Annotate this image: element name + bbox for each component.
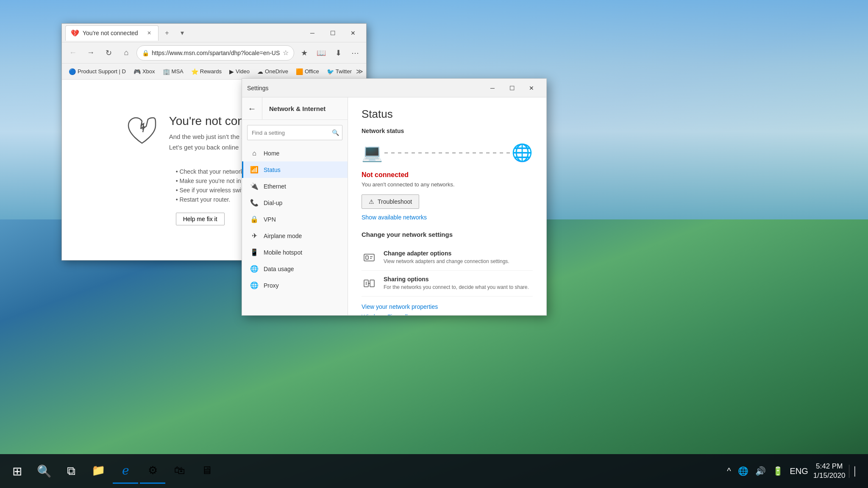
settings-taskbar[interactable]: ⚙ — [140, 458, 165, 484]
tray-chevron[interactable]: ^ — [725, 465, 732, 478]
status-nav-icon: 📶 — [250, 166, 259, 174]
fav-icon-xbox: 🎮 — [134, 68, 141, 75]
settings-minimize-button[interactable]: ─ — [483, 81, 502, 95]
bookmark-icon[interactable]: ☆ — [283, 49, 289, 57]
tray-date-text: 1/15/2020 — [813, 471, 846, 480]
fav-item-xbox[interactable]: 🎮 Xbox — [130, 67, 159, 77]
sidebar-item-vpn[interactable]: 🔒 VPN — [242, 211, 348, 227]
fav-item-msa[interactable]: 🏢 MSA — [159, 67, 187, 77]
home-button[interactable]: ⌂ — [119, 45, 134, 61]
fav-icon-twitter: 🐦 — [327, 68, 334, 75]
favorites-button[interactable]: ★ — [297, 45, 312, 61]
address-bar[interactable]: 🔒 https://www.msn.com/spartan/dhp?locale… — [136, 45, 294, 61]
tray-clock[interactable]: 5:42 PM 1/15/2020 — [813, 462, 846, 480]
browser-toolbar-icons: ★ 📖 ⬇ ⋯ — [297, 45, 363, 61]
fav-label-video: Video — [236, 68, 250, 75]
fav-icon-product-support: 🔵 — [69, 68, 76, 75]
browser-tab-active[interactable]: 💔 You're not connected ✕ — [65, 25, 159, 41]
settings-maximize-button[interactable]: ☐ — [502, 81, 522, 95]
forward-button[interactable]: → — [83, 45, 98, 61]
view-properties-link[interactable]: View your network properties — [362, 303, 533, 310]
sharing-setting-text: Sharing options For the networks you con… — [384, 276, 529, 290]
sidebar-item-ethernet[interactable]: 🔌 Ethernet — [242, 178, 348, 194]
connection-line — [384, 152, 510, 153]
new-tab-button[interactable]: + — [160, 26, 174, 40]
fav-item-video[interactable]: ▶ Video — [226, 67, 253, 77]
svg-rect-4 — [366, 256, 368, 259]
settings-section-title: Network & Internet — [262, 99, 332, 118]
windows-firewall-link[interactable]: Windows Firewall — [362, 313, 533, 315]
task-view-button[interactable]: ⧉ — [58, 458, 84, 484]
hotspot-nav-label: Mobile hotspot — [264, 249, 302, 256]
more-button[interactable]: ⋯ — [348, 45, 363, 61]
tab-close-button[interactable]: ✕ — [145, 29, 153, 37]
sidebar-item-status[interactable]: 📶 Status — [242, 161, 348, 178]
start-button[interactable]: ⊞ — [4, 458, 30, 484]
browser-close-button[interactable]: ✕ — [343, 26, 363, 40]
sidebar-item-dialup[interactable]: 📞 Dial-up — [242, 194, 348, 211]
settings-close-button[interactable]: ✕ — [522, 81, 541, 95]
unknown-taskbar[interactable]: 🖥 — [194, 458, 220, 484]
sidebar-item-proxy[interactable]: 🌐 Proxy — [242, 277, 348, 294]
tab-menu-button[interactable]: ▾ — [175, 26, 189, 40]
airplane-nav-icon: ✈ — [250, 232, 259, 240]
fav-icon-rewards: ⭐ — [191, 68, 198, 75]
favorites-more-button[interactable]: ≫ — [356, 66, 363, 78]
laptop-icon: 💻 — [362, 143, 383, 163]
hotspot-nav-icon: 📱 — [250, 248, 259, 256]
show-networks-link[interactable]: Show available networks — [362, 214, 533, 221]
sidebar-item-hotspot[interactable]: 📱 Mobile hotspot — [242, 244, 348, 261]
help-fix-button[interactable]: Help me fix it — [176, 213, 225, 225]
tray-show-desktop[interactable]: │ — [849, 465, 860, 478]
settings-search-input[interactable] — [247, 125, 342, 140]
tray-volume-icon[interactable]: 🔊 — [754, 464, 768, 478]
fav-label-product-support: Product Support | D — [78, 68, 126, 75]
fav-item-product-support[interactable]: 🔵 Product Support | D — [65, 67, 129, 77]
vpn-nav-icon: 🔒 — [250, 215, 259, 223]
reading-view-button[interactable]: 📖 — [314, 45, 329, 61]
sidebar-item-home[interactable]: ⌂ Home — [242, 145, 348, 161]
browser-minimize-button[interactable]: ─ — [303, 26, 322, 40]
dialup-nav-icon: 📞 — [250, 199, 259, 207]
search-button[interactable]: 🔍 — [31, 458, 57, 484]
file-explorer-taskbar[interactable]: 📁 — [86, 458, 111, 484]
troubleshoot-button[interactable]: ⚠ Troubleshoot — [362, 194, 419, 209]
settings-back-button[interactable]: ← — [242, 97, 262, 119]
keyboard-lang-label: ENG — [790, 466, 808, 476]
settings-window: Settings ─ ☐ ✕ ← Network & Internet 🔍 — [242, 78, 547, 316]
favorites-bar: 🔵 Product Support | D 🎮 Xbox 🏢 MSA ⭐ Rew… — [62, 64, 366, 80]
troubleshoot-icon: ⚠ — [369, 198, 374, 205]
svg-rect-8 — [370, 280, 374, 287]
fav-item-onedrive[interactable]: ☁ OneDrive — [254, 67, 292, 77]
refresh-button[interactable]: ↻ — [101, 45, 116, 61]
tray-keyboard-layout[interactable]: ENG — [788, 465, 810, 478]
setting-item-sharing[interactable]: Sharing options For the networks you con… — [362, 271, 533, 297]
setting-item-adapter[interactable]: Change adapter options View network adap… — [362, 245, 533, 271]
data-usage-nav-label: Data usage — [264, 266, 294, 272]
sharing-desc: For the networks you connect to, decide … — [384, 284, 529, 290]
store-taskbar[interactable]: 🛍 — [167, 458, 192, 484]
browser-toolbar: ← → ↻ ⌂ 🔒 https://www.msn.com/spartan/dh… — [62, 42, 366, 64]
downloads-button[interactable]: ⬇ — [331, 45, 346, 61]
home-nav-label: Home — [264, 150, 279, 157]
sidebar-item-airplane[interactable]: ✈ Airplane mode — [242, 227, 348, 244]
airplane-nav-label: Airplane mode — [264, 233, 302, 239]
adapter-desc: View network adapters and change connect… — [384, 258, 509, 264]
proxy-nav-label: Proxy — [264, 282, 279, 289]
security-icon: 🔒 — [142, 50, 149, 56]
tray-battery-icon[interactable]: 🔋 — [771, 464, 785, 478]
fav-label-rewards: Rewards — [200, 68, 222, 75]
back-button[interactable]: ← — [65, 45, 81, 61]
settings-search-container: 🔍 — [247, 125, 342, 140]
fav-item-twitter[interactable]: 🐦 Twitter — [323, 67, 355, 77]
browser-maximize-button[interactable]: ☐ — [323, 26, 342, 40]
sidebar-item-data-usage[interactable]: 🌐 Data usage — [242, 261, 348, 277]
fav-item-rewards[interactable]: ⭐ Rewards — [188, 67, 225, 77]
settings-search-icon: 🔍 — [332, 129, 339, 136]
fav-item-office[interactable]: 🟧 Office — [292, 67, 323, 77]
edge-taskbar[interactable]: ℯ — [113, 458, 138, 484]
sharing-icon — [362, 276, 377, 291]
fav-icon-video: ▶ — [229, 68, 234, 75]
network-links: View your network properties Windows Fir… — [362, 303, 533, 315]
tray-network-icon[interactable]: 🌐 — [736, 464, 750, 478]
